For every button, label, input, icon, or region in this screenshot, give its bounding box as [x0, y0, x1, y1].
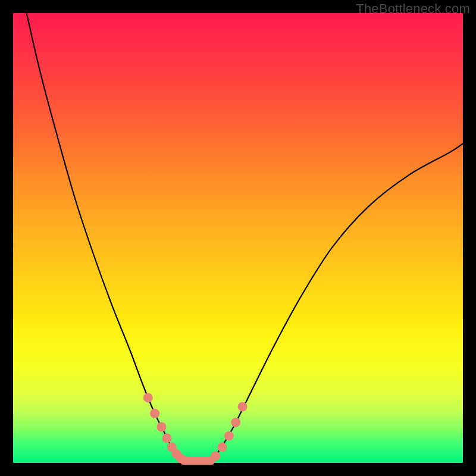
left-curve — [27, 13, 184, 461]
bead-point — [218, 443, 227, 452]
bead-point — [231, 418, 240, 427]
bead-point — [162, 433, 172, 443]
plot-area — [13, 13, 463, 463]
chart-frame: TheBottleneck.com — [0, 0, 476, 476]
beads-left — [143, 393, 186, 463]
bead-point — [150, 409, 159, 418]
right-curve — [211, 143, 463, 461]
bead-point — [176, 453, 186, 463]
beads-right — [211, 402, 247, 461]
bead-point — [156, 422, 166, 432]
bead-point — [238, 402, 248, 412]
bead-point — [143, 393, 153, 402]
chart-svg — [13, 13, 463, 463]
bead-point — [224, 431, 234, 441]
bead-point — [211, 452, 220, 461]
